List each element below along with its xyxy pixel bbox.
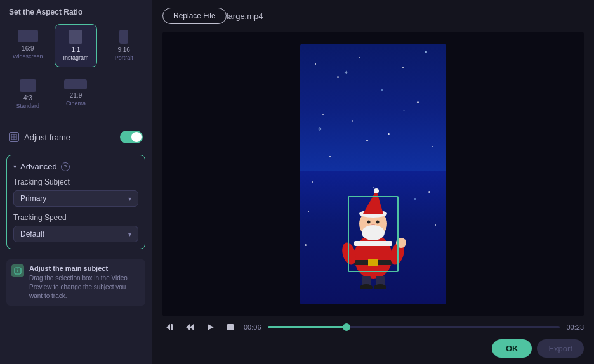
sparkle3: ❄: [318, 127, 322, 132]
rewind-icon: [185, 323, 194, 332]
svg-rect-33: [171, 324, 173, 330]
svg-rect-8: [368, 259, 378, 266]
ok-button[interactable]: OK: [492, 339, 532, 358]
aspect-label-169: 16:9Widescreen: [13, 45, 43, 60]
main-content: Replace File large.mp4: [152, 0, 594, 364]
tracking-subject-value: Primary: [20, 194, 46, 203]
svg-marker-15: [363, 190, 383, 214]
aspect-sublabel-916: Portrait: [115, 55, 133, 61]
video-top-section: ✦ ✦ ❄: [300, 44, 446, 171]
svg-rect-37: [227, 324, 234, 330]
aspect-label-11: 1:1Instagram: [63, 46, 88, 62]
adjust-frame-icon: [9, 132, 19, 142]
aspect-label-219: 21:9Cinema: [66, 92, 86, 107]
sparkle1: ✦: [344, 70, 348, 75]
time-total: 00:23: [566, 323, 584, 331]
playback-rewind-button[interactable]: [183, 322, 197, 333]
prev-icon: [165, 323, 174, 332]
svg-point-18: [376, 220, 380, 223]
playback-area: 00:06 00:23: [162, 316, 584, 335]
info-icon-wrap: [11, 264, 24, 277]
svg-marker-35: [186, 324, 190, 330]
aspect-label-916: 9:16Portrait: [115, 46, 133, 62]
aspect-ratio-11[interactable]: 1:1Instagram: [55, 24, 98, 67]
aspect-sublabel-219: Cinema: [66, 100, 86, 107]
advanced-chevron-icon[interactable]: ▾: [13, 163, 16, 170]
progress-fill: [268, 326, 346, 328]
info-text-wrap: Adjust the main subject Drag the selecti…: [29, 264, 140, 301]
santa-illustration: [335, 187, 411, 289]
info-title: Adjust the main subject: [29, 264, 140, 272]
advanced-title: Advanced: [20, 162, 57, 171]
video-preview: ✦ ✦ ❄: [162, 32, 584, 316]
svg-marker-34: [190, 324, 194, 330]
svg-point-12: [396, 238, 406, 248]
svg-point-20: [362, 225, 385, 240]
aspect-sublabel-11: Instagram: [63, 55, 88, 61]
sidebar: Set the Aspect Ratio 16:9Widescreen 1:1I…: [0, 0, 152, 364]
toggle-knob: [131, 132, 142, 142]
aspect-ratio-916[interactable]: 9:16Portrait: [102, 24, 145, 67]
tracking-subject-label: Tracking Subject: [13, 178, 138, 186]
aspect-ratio-169[interactable]: 16:9Widescreen: [6, 24, 50, 67]
time-current: 00:06: [244, 323, 261, 331]
svg-marker-32: [166, 324, 170, 330]
tracking-speed-label: Tracking Speed: [13, 213, 138, 222]
adjust-frame-toggle[interactable]: [120, 131, 143, 143]
svg-point-16: [374, 188, 379, 193]
adjust-frame-left: Adjust frame: [9, 132, 70, 142]
tracking-speed-dropdown[interactable]: Default ▾: [13, 226, 138, 242]
replace-file-button[interactable]: Replace File: [162, 8, 227, 24]
svg-rect-9: [354, 241, 392, 246]
file-name: large.mp4: [227, 11, 263, 21]
tracking-speed-value: Default: [20, 230, 44, 238]
tracking-subject-arrow-icon: ▾: [128, 195, 131, 202]
aspect-ratio-grid-row1: 16:9Widescreen 1:1Instagram 9:16Portrait: [6, 24, 145, 67]
sparkle2: ✦: [402, 108, 406, 112]
frame-svg-icon: [11, 134, 17, 140]
tracking-speed-arrow-icon: ▾: [128, 231, 131, 238]
stop-icon: [226, 323, 235, 332]
advanced-section: ▾ Advanced ? Tracking Subject Primary ▾ …: [6, 155, 145, 249]
aspect-ratio-grid-row2: 4:3Standard 21:9Cinema: [6, 74, 145, 115]
playback-prev-button[interactable]: [162, 322, 176, 333]
video-container: ✦ ✦ ❄: [300, 44, 446, 304]
playback-stop-button[interactable]: [223, 322, 237, 333]
stars-layer-top: [300, 44, 446, 171]
svg-point-17: [367, 220, 371, 223]
tracking-subject-dropdown[interactable]: Primary ▾: [13, 190, 138, 207]
aspect-ratio-43[interactable]: 4:3Standard: [6, 74, 50, 115]
svg-point-5: [17, 268, 18, 269]
svg-marker-36: [208, 324, 214, 330]
progress-bar[interactable]: [268, 326, 560, 328]
aspect-icon-43: [20, 79, 36, 92]
info-box: Adjust the main subject Drag the selecti…: [6, 259, 145, 306]
info-svg-icon: [14, 267, 22, 275]
video-bottom-section: [300, 171, 446, 304]
playback-play-button[interactable]: [203, 322, 217, 333]
info-description: Drag the selection box in the Video Prev…: [29, 274, 140, 301]
aspect-icon-219: [64, 79, 87, 89]
play-icon: [206, 323, 214, 332]
aspect-icon-11: [69, 30, 82, 44]
aspect-sublabel-169: Widescreen: [13, 53, 43, 60]
aspect-sublabel-43: Standard: [16, 103, 40, 109]
adjust-frame-row: Adjust frame: [6, 126, 145, 148]
export-button: Export: [537, 339, 584, 358]
advanced-help-icon[interactable]: ?: [61, 162, 70, 171]
progress-thumb[interactable]: [343, 323, 350, 331]
aspect-icon-169: [18, 30, 38, 42]
top-bar: Replace File large.mp4: [162, 8, 584, 24]
adjust-frame-label: Adjust frame: [24, 133, 70, 142]
aspect-icon-916: [119, 30, 128, 44]
aspect-ratio-219[interactable]: 21:9Cinema: [55, 74, 98, 115]
bottom-bar: OK Export: [162, 335, 584, 358]
sidebar-title: Set the Aspect Ratio: [6, 8, 145, 16]
aspect-label-43: 4:3Standard: [16, 94, 40, 110]
advanced-header: ▾ Advanced ?: [13, 162, 138, 171]
